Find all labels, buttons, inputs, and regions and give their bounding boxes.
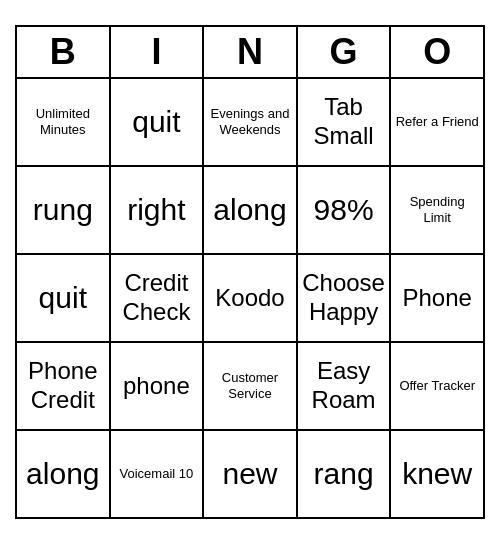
bingo-cell: Koodo xyxy=(204,255,298,343)
header-letter: N xyxy=(204,27,298,79)
bingo-cell: knew xyxy=(391,431,485,519)
bingo-cell: quit xyxy=(17,255,111,343)
bingo-cell: Tab Small xyxy=(298,79,392,167)
cell-content: Offer Tracker xyxy=(399,378,475,394)
cell-content: Koodo xyxy=(215,284,284,313)
bingo-cell: rung xyxy=(17,167,111,255)
bingo-header: BINGO xyxy=(15,25,485,79)
bingo-grid: Unlimited MinutesquitEvenings and Weeken… xyxy=(15,79,485,519)
bingo-card: BINGO Unlimited MinutesquitEvenings and … xyxy=(15,25,485,519)
header-letter: G xyxy=(298,27,392,79)
cell-content: new xyxy=(222,456,277,492)
bingo-cell: quit xyxy=(111,79,205,167)
bingo-cell: right xyxy=(111,167,205,255)
bingo-cell: along xyxy=(17,431,111,519)
cell-content: Easy Roam xyxy=(302,357,386,415)
bingo-cell: along xyxy=(204,167,298,255)
cell-content: right xyxy=(127,192,185,228)
cell-content: Refer a Friend xyxy=(396,114,479,130)
cell-content: Tab Small xyxy=(302,93,386,151)
header-letter: B xyxy=(17,27,111,79)
cell-content: Voicemail 10 xyxy=(120,466,194,482)
cell-content: Credit Check xyxy=(115,269,199,327)
bingo-cell: Phone xyxy=(391,255,485,343)
bingo-cell: Refer a Friend xyxy=(391,79,485,167)
cell-content: rung xyxy=(33,192,93,228)
bingo-cell: Customer Service xyxy=(204,343,298,431)
header-letter: O xyxy=(391,27,485,79)
cell-content: Phone Credit xyxy=(21,357,105,415)
bingo-cell: rang xyxy=(298,431,392,519)
bingo-cell: Choose Happy xyxy=(298,255,392,343)
cell-content: phone xyxy=(123,372,190,401)
cell-content: along xyxy=(213,192,286,228)
cell-content: Customer Service xyxy=(208,370,292,401)
cell-content: quit xyxy=(39,280,87,316)
bingo-cell: Credit Check xyxy=(111,255,205,343)
bingo-cell: Voicemail 10 xyxy=(111,431,205,519)
cell-content: rang xyxy=(314,456,374,492)
bingo-cell: phone xyxy=(111,343,205,431)
cell-content: knew xyxy=(402,456,472,492)
bingo-cell: Easy Roam xyxy=(298,343,392,431)
bingo-cell: 98% xyxy=(298,167,392,255)
cell-content: Unlimited Minutes xyxy=(21,106,105,137)
cell-content: along xyxy=(26,456,99,492)
bingo-cell: Evenings and Weekends xyxy=(204,79,298,167)
bingo-cell: Unlimited Minutes xyxy=(17,79,111,167)
cell-content: Choose Happy xyxy=(302,269,386,327)
header-letter: I xyxy=(111,27,205,79)
bingo-cell: Phone Credit xyxy=(17,343,111,431)
bingo-cell: Offer Tracker xyxy=(391,343,485,431)
bingo-cell: new xyxy=(204,431,298,519)
cell-content: Phone xyxy=(402,284,471,313)
cell-content: quit xyxy=(132,104,180,140)
bingo-cell: Spending Limit xyxy=(391,167,485,255)
cell-content: Evenings and Weekends xyxy=(208,106,292,137)
cell-content: Spending Limit xyxy=(395,194,479,225)
cell-content: 98% xyxy=(314,192,374,228)
